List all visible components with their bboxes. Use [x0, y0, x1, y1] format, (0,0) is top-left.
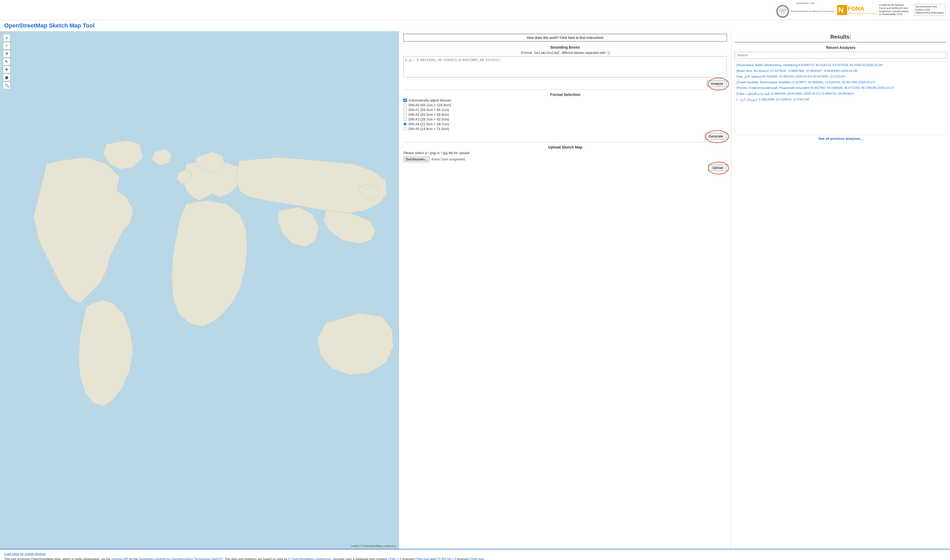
mobile-link[interactable]: Load page for mobile devices — [4, 552, 946, 556]
erase-button[interactable]: ◉ — [3, 74, 10, 81]
map-panel[interactable]: + − ⧉ ↖ ✛ ◉ 🔍 Leaflet | © OpenStreetMap … — [0, 31, 399, 549]
analysis-link[interactable]: [Deutschland, Baden-Württemberg, Heidelb… — [736, 63, 945, 68]
osm-contributors-link[interactable]: © OpenStreetMap contributors — [288, 557, 331, 560]
analysis-link[interactable]: [Česká republika, Severozápad, Hradiště]… — [736, 80, 945, 85]
ohsome-api-link[interactable]: ohsome API — [111, 557, 128, 560]
din-a2-label[interactable]: DIN A2 (42.0cm × 59.4cm) — [408, 112, 449, 117]
bbox-textarea[interactable] — [403, 56, 727, 77]
analyses-list: [Deutschland, Baden-Württemberg, Heidelb… — [734, 61, 947, 135]
osm-data1-link[interactable]: OSM data — [415, 557, 429, 560]
svg-text:HEIDELBERG: HEIDELBERG — [779, 10, 787, 12]
din-a3-label[interactable]: DIN A3 (29.7cm × 42.0cm) — [408, 117, 449, 121]
din-a1-radio[interactable] — [403, 108, 407, 112]
right-panel: Results: Recent Analyses [Deutschland, B… — [731, 31, 950, 549]
map-attribution: Leaflet | © OpenStreetMap contributors — [351, 545, 397, 548]
din-a1-option: DIN A1 (59.4cm × 84.1cm) — [403, 108, 727, 112]
din-a0-radio[interactable] — [403, 103, 407, 107]
fona-sub-text: Sozial-ökologische Forschung — [848, 12, 876, 15]
heiGIT-link[interactable]: Heidelberg Institute for Geoinformation … — [139, 557, 223, 560]
zoom-out-button[interactable]: − — [3, 42, 10, 49]
odbl-link[interactable]: ODbL 1.0 — [388, 557, 402, 560]
upload-button[interactable]: Upload — [708, 165, 727, 171]
browse-button[interactable]: Durchsuchen... — [403, 157, 430, 162]
upload-file-row: Durchsuchen... Keine Datei ausgewählt. — [403, 157, 727, 162]
din-a5-radio[interactable] — [403, 127, 407, 131]
upload-button-row: Upload — [403, 165, 727, 171]
waterproofing-text: See all partners and funders of the Wate… — [914, 4, 946, 16]
auto-adjust-option: Automatically adjust bboxes — [403, 98, 727, 102]
app-title: OpenStreetMap Sketch Map Tool — [0, 20, 950, 31]
svg-point-3 — [781, 12, 784, 14]
auto-adjust-checkbox[interactable] — [403, 98, 407, 102]
svg-text:UNIVERSITÄT: UNIVERSITÄT — [779, 8, 787, 10]
din-a5-option: DIN A5 (14.8cm × 21.0cm) — [403, 127, 727, 131]
generate-row: Generate — [403, 133, 727, 140]
main-layout: + − ⧉ ↖ ✛ ◉ 🔍 Leaflet | © OpenStreetMap … — [0, 31, 950, 549]
analyze-button[interactable]: Analyze — [707, 80, 727, 87]
analysis-link[interactable]: [Brasil, Acre, Rio Branco] -67.8275618, … — [736, 69, 945, 74]
divider-1 — [403, 89, 727, 90]
header-logos: GEFÖRDERT VOM UNIVERSITÄT HEIDELBERG Bun… — [776, 2, 946, 18]
fona-logo: N FONA Sozial-ökologische Forschung — [837, 5, 876, 15]
bundesministerium-text: Bundesministerium für Bildung und Forsch… — [791, 10, 834, 13]
bmbf-circle-icon: UNIVERSITÄT HEIDELBERG — [776, 5, 789, 18]
belmont-text: Funded by the Belmont Forum and NORFACE … — [879, 4, 911, 16]
footer: Load page for mobile devices This tool a… — [0, 549, 950, 560]
din-a1-label[interactable]: DIN A1 (59.4cm × 84.1cm) — [408, 108, 449, 112]
how-works-button[interactable]: How does this work? Click here to find i… — [403, 34, 727, 42]
frame-button[interactable]: ⧉ — [3, 50, 10, 57]
din-a2-radio[interactable] — [403, 113, 407, 116]
analysis-link[interactable]: [Iraq, محافظة الأنبار] 32.2721164, 40.64… — [736, 74, 945, 79]
bounding-boxes-title: Bounding Boxes — [403, 45, 727, 49]
format-selection-title: Format Selection — [403, 92, 727, 97]
see-all-analyses-link[interactable]: See all previous analyses... — [734, 137, 947, 141]
upload-title: Upload Sketch Map — [403, 145, 727, 149]
ccbysa-link[interactable]: CC-BY-SA 2.0 — [436, 557, 456, 560]
upload-hint: Please select a *.png or *.jpg file for … — [403, 151, 727, 155]
upload-section: Upload Sketch Map Please select a *.png … — [403, 145, 727, 171]
bmbf-logo: GEFÖRDERT VOM UNIVERSITÄT HEIDELBERG Bun… — [776, 2, 834, 18]
auto-adjust-label[interactable]: Automatically adjust bboxes — [408, 98, 451, 102]
cursor-button[interactable]: ↖ — [3, 58, 10, 65]
bounding-boxes-hint: (Format: 'lon1,lat1,lon2,lat2', differen… — [403, 51, 727, 55]
header: GEFÖRDERT VOM UNIVERSITÄT HEIDELBERG Bun… — [0, 0, 950, 20]
generate-button[interactable]: Generate — [705, 133, 727, 140]
move-button[interactable]: ✛ — [3, 66, 10, 73]
osm-data2-link[interactable]: OSM data — [470, 557, 484, 560]
results-divider — [734, 42, 947, 42]
zoom-in-button[interactable]: + — [3, 34, 10, 42]
din-a4-radio[interactable] — [403, 122, 407, 126]
analyze-row: Analyze — [403, 80, 727, 87]
recent-analyses-title: Recent Analyses — [734, 45, 947, 50]
din-a3-radio[interactable] — [403, 118, 407, 121]
no-file-text: Keine Datei ausgewählt. — [432, 157, 466, 161]
din-a4-label[interactable]: DIN A4 (21.0cm × 29.7cm) — [408, 122, 449, 126]
search-map-button[interactable]: 🔍 — [3, 82, 10, 89]
din-a0-option: DIN A0 (84.1cm × 118.9cm) — [403, 103, 727, 107]
format-section: Format Selection Automatically adjust bb… — [403, 92, 727, 140]
results-title: Results: — [734, 34, 947, 40]
middle-panel: How does this work? Click here to find i… — [399, 31, 731, 549]
svg-text:N: N — [838, 6, 844, 14]
search-input[interactable] — [734, 52, 947, 58]
analysis-link[interactable]: [Россия, Ставропольский край, Рощинский … — [736, 86, 945, 91]
din-a4-option: DIN A4 (21.0cm × 29.7cm) — [403, 122, 727, 126]
map-svg — [0, 31, 399, 549]
map-controls: + − ⧉ ↖ ✛ ◉ 🔍 — [3, 34, 10, 89]
din-a2-option: DIN A2 (42.0cm × 59.4cm) — [403, 112, 727, 117]
analysis-link[interactable]: [Libya / ليبيا, وادي الشاطئ] 28.9553624,… — [736, 91, 945, 96]
din-a3-option: DIN A3 (29.7cm × 42.0cm) — [403, 117, 727, 121]
gefördert-text: GEFÖRDERT VOM — [796, 2, 815, 5]
din-a0-label[interactable]: DIN A0 (84.1cm × 118.9cm) — [408, 103, 451, 107]
analysis-link[interactable]: [-. موريتانيا, أدرار] -6.27447180, -23.1… — [736, 97, 945, 102]
fona-text: FONA — [848, 5, 876, 12]
footer-text: This tool accesses OpenStreetMap data, w… — [4, 557, 946, 560]
din-a5-label[interactable]: DIN A5 (14.8cm × 21.0cm) — [408, 127, 449, 131]
